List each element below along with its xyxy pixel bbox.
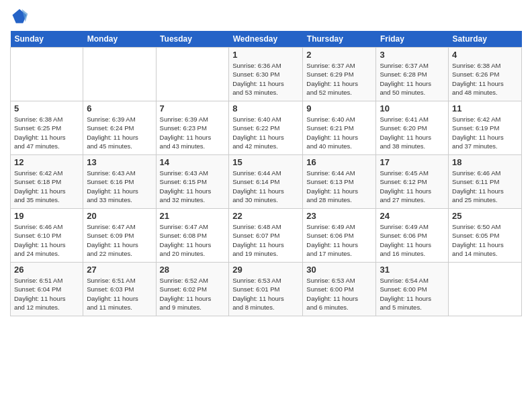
day-info: Sunrise: 6:42 AM Sunset: 6:18 PM Dayligh…	[14, 169, 79, 204]
day-number: 1	[232, 50, 299, 60]
day-number: 3	[380, 50, 445, 60]
calendar-cell: 16Sunrise: 6:44 AM Sunset: 6:13 PM Dayli…	[303, 155, 376, 209]
day-info: Sunrise: 6:49 AM Sunset: 6:06 PM Dayligh…	[380, 222, 445, 258]
day-info: Sunrise: 6:38 AM Sunset: 6:26 PM Dayligh…	[452, 61, 518, 97]
day-info: Sunrise: 6:50 AM Sunset: 6:05 PM Dayligh…	[452, 222, 518, 258]
day-number: 13	[87, 157, 152, 167]
day-info: Sunrise: 6:47 AM Sunset: 6:08 PM Dayligh…	[160, 222, 226, 258]
day-number: 7	[160, 103, 226, 113]
calendar-cell: 31Sunrise: 6:54 AM Sunset: 6:00 PM Dayli…	[376, 263, 449, 316]
calendar-cell: 19Sunrise: 6:46 AM Sunset: 6:10 PM Dayli…	[11, 209, 83, 263]
calendar-cell: 15Sunrise: 6:44 AM Sunset: 6:14 PM Dayli…	[229, 155, 303, 209]
day-info: Sunrise: 6:43 AM Sunset: 6:16 PM Dayligh…	[87, 169, 152, 204]
day-info: Sunrise: 6:39 AM Sunset: 6:24 PM Dayligh…	[87, 115, 152, 150]
calendar-cell: 23Sunrise: 6:49 AM Sunset: 6:06 PM Dayli…	[303, 209, 376, 263]
weekday-header-wednesday: Wednesday	[229, 31, 303, 48]
day-info: Sunrise: 6:44 AM Sunset: 6:14 PM Dayligh…	[232, 169, 299, 204]
day-number: 26	[14, 265, 79, 275]
calendar-cell: 17Sunrise: 6:45 AM Sunset: 6:12 PM Dayli…	[376, 155, 449, 209]
day-number: 21	[160, 211, 226, 221]
day-number: 5	[14, 103, 79, 113]
calendar-cell: 1Sunrise: 6:36 AM Sunset: 6:30 PM Daylig…	[229, 48, 303, 101]
calendar-cell: 18Sunrise: 6:46 AM Sunset: 6:11 PM Dayli…	[449, 155, 522, 209]
day-number: 23	[306, 211, 372, 221]
day-info: Sunrise: 6:43 AM Sunset: 6:15 PM Dayligh…	[160, 169, 226, 204]
day-info: Sunrise: 6:37 AM Sunset: 6:29 PM Dayligh…	[306, 61, 372, 97]
day-number: 11	[452, 103, 518, 113]
day-number: 12	[14, 157, 79, 167]
day-info: Sunrise: 6:53 AM Sunset: 6:00 PM Dayligh…	[306, 276, 372, 312]
day-info: Sunrise: 6:51 AM Sunset: 6:03 PM Dayligh…	[87, 276, 152, 312]
header	[10, 7, 522, 26]
calendar-week-1: 1Sunrise: 6:36 AM Sunset: 6:30 PM Daylig…	[11, 48, 522, 101]
day-info: Sunrise: 6:38 AM Sunset: 6:25 PM Dayligh…	[14, 115, 79, 150]
day-info: Sunrise: 6:39 AM Sunset: 6:23 PM Dayligh…	[160, 115, 226, 150]
weekday-header-row: SundayMondayTuesdayWednesdayThursdayFrid…	[11, 31, 522, 48]
day-info: Sunrise: 6:48 AM Sunset: 6:07 PM Dayligh…	[232, 222, 299, 258]
calendar-cell: 28Sunrise: 6:52 AM Sunset: 6:02 PM Dayli…	[156, 263, 229, 316]
calendar-cell: 9Sunrise: 6:40 AM Sunset: 6:21 PM Daylig…	[303, 101, 376, 155]
calendar-cell: 8Sunrise: 6:40 AM Sunset: 6:22 PM Daylig…	[229, 101, 303, 155]
day-info: Sunrise: 6:37 AM Sunset: 6:28 PM Dayligh…	[380, 61, 445, 97]
day-info: Sunrise: 6:45 AM Sunset: 6:12 PM Dayligh…	[380, 169, 445, 204]
calendar-cell	[449, 263, 522, 316]
calendar-cell: 13Sunrise: 6:43 AM Sunset: 6:16 PM Dayli…	[83, 155, 156, 209]
day-number: 18	[452, 157, 518, 167]
day-number: 9	[306, 103, 372, 113]
calendar-cell: 20Sunrise: 6:47 AM Sunset: 6:09 PM Dayli…	[83, 209, 156, 263]
day-number: 24	[380, 211, 445, 221]
calendar-cell: 2Sunrise: 6:37 AM Sunset: 6:29 PM Daylig…	[303, 48, 376, 101]
day-info: Sunrise: 6:54 AM Sunset: 6:00 PM Dayligh…	[380, 276, 445, 312]
calendar-cell: 12Sunrise: 6:42 AM Sunset: 6:18 PM Dayli…	[11, 155, 83, 209]
day-info: Sunrise: 6:51 AM Sunset: 6:04 PM Dayligh…	[14, 276, 79, 312]
day-info: Sunrise: 6:36 AM Sunset: 6:30 PM Dayligh…	[232, 61, 299, 97]
calendar-cell	[156, 48, 229, 101]
day-number: 19	[14, 211, 79, 221]
calendar-cell: 14Sunrise: 6:43 AM Sunset: 6:15 PM Dayli…	[156, 155, 229, 209]
day-info: Sunrise: 6:46 AM Sunset: 6:10 PM Dayligh…	[14, 222, 79, 258]
calendar-cell: 25Sunrise: 6:50 AM Sunset: 6:05 PM Dayli…	[449, 209, 522, 263]
day-info: Sunrise: 6:53 AM Sunset: 6:01 PM Dayligh…	[232, 276, 299, 312]
calendar-week-4: 19Sunrise: 6:46 AM Sunset: 6:10 PM Dayli…	[11, 209, 522, 263]
calendar-cell: 3Sunrise: 6:37 AM Sunset: 6:28 PM Daylig…	[376, 48, 449, 101]
weekday-header-sunday: Sunday	[11, 31, 83, 48]
day-number: 10	[380, 103, 445, 113]
calendar-cell: 30Sunrise: 6:53 AM Sunset: 6:00 PM Dayli…	[303, 263, 376, 316]
day-number: 29	[232, 265, 299, 275]
day-number: 2	[306, 50, 372, 60]
calendar-week-2: 5Sunrise: 6:38 AM Sunset: 6:25 PM Daylig…	[11, 101, 522, 155]
calendar-week-3: 12Sunrise: 6:42 AM Sunset: 6:18 PM Dayli…	[11, 155, 522, 209]
day-info: Sunrise: 6:41 AM Sunset: 6:20 PM Dayligh…	[380, 115, 445, 150]
day-number: 25	[452, 211, 518, 221]
day-info: Sunrise: 6:44 AM Sunset: 6:13 PM Dayligh…	[306, 169, 372, 204]
calendar-cell: 7Sunrise: 6:39 AM Sunset: 6:23 PM Daylig…	[156, 101, 229, 155]
day-number: 17	[380, 157, 445, 167]
calendar-cell: 4Sunrise: 6:38 AM Sunset: 6:26 PM Daylig…	[449, 48, 522, 101]
calendar-cell: 26Sunrise: 6:51 AM Sunset: 6:04 PM Dayli…	[11, 263, 83, 316]
day-number: 31	[380, 265, 445, 275]
day-number: 27	[87, 265, 152, 275]
weekday-header-saturday: Saturday	[449, 31, 522, 48]
day-number: 15	[232, 157, 299, 167]
calendar-cell	[83, 48, 156, 101]
calendar-page: SundayMondayTuesdayWednesdayThursdayFrid…	[0, 0, 532, 411]
day-number: 4	[452, 50, 518, 60]
day-number: 14	[160, 157, 226, 167]
weekday-header-monday: Monday	[83, 31, 156, 48]
day-info: Sunrise: 6:40 AM Sunset: 6:21 PM Dayligh…	[306, 115, 372, 150]
day-info: Sunrise: 6:47 AM Sunset: 6:09 PM Dayligh…	[87, 222, 152, 258]
day-number: 20	[87, 211, 152, 221]
day-info: Sunrise: 6:40 AM Sunset: 6:22 PM Dayligh…	[232, 115, 299, 150]
weekday-header-tuesday: Tuesday	[156, 31, 229, 48]
calendar-cell: 5Sunrise: 6:38 AM Sunset: 6:25 PM Daylig…	[11, 101, 83, 155]
calendar-cell: 29Sunrise: 6:53 AM Sunset: 6:01 PM Dayli…	[229, 263, 303, 316]
day-number: 28	[160, 265, 226, 275]
calendar-cell: 21Sunrise: 6:47 AM Sunset: 6:08 PM Dayli…	[156, 209, 229, 263]
day-info: Sunrise: 6:42 AM Sunset: 6:19 PM Dayligh…	[452, 115, 518, 150]
calendar-cell: 10Sunrise: 6:41 AM Sunset: 6:20 PM Dayli…	[376, 101, 449, 155]
logo-icon	[10, 7, 29, 26]
day-number: 6	[87, 103, 152, 113]
weekday-header-thursday: Thursday	[303, 31, 376, 48]
calendar-cell: 11Sunrise: 6:42 AM Sunset: 6:19 PM Dayli…	[449, 101, 522, 155]
day-number: 8	[232, 103, 299, 113]
